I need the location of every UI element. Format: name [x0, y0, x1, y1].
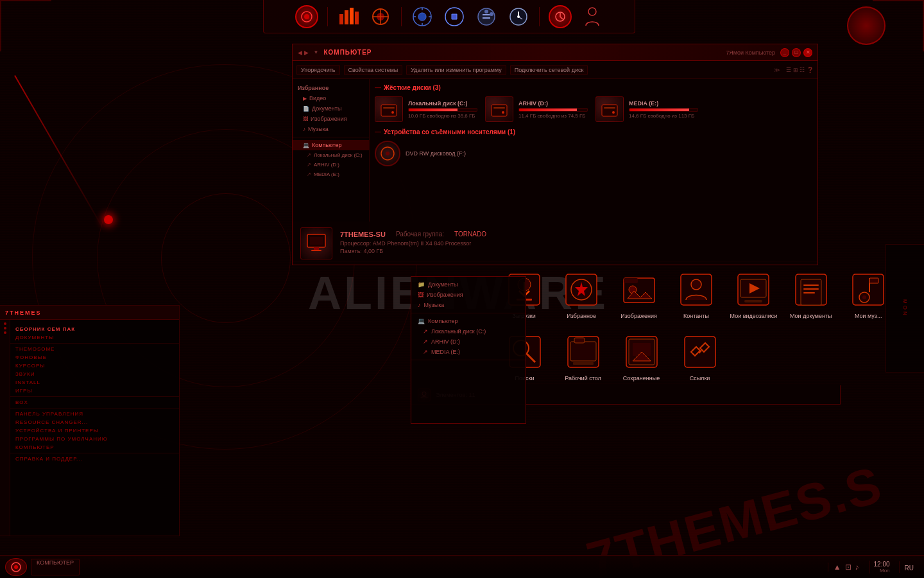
drive-c-bar-container: [408, 108, 477, 112]
start-menu-popup: 📁 Документы 🖼 Изображения ♪ Музыка 💻 Ком…: [411, 276, 526, 424]
language-indicator[interactable]: RU: [899, 561, 919, 573]
drive-d-bar-container: [518, 108, 588, 112]
start-menu-item-computer[interactable]: 💻 Компьютер: [411, 316, 526, 326]
left-menu-divider-1: [10, 343, 179, 344]
drive-e-item[interactable]: MEDIA (E:) 14,6 ГБ свободно из 113 ГБ: [595, 96, 698, 122]
dvd-drive-item[interactable]: DVD RW дисковод (F:): [375, 141, 812, 166]
desktop-icon-desktop[interactable]: Рабочий стол: [556, 329, 610, 385]
sidebar-dot-2: [4, 327, 6, 329]
desktop-icon-images[interactable]: Изображения: [612, 267, 665, 322]
left-menu-item-programs[interactable]: ПРОГРАММЫ ПО УМОЛЧАНИЮ: [10, 435, 179, 443]
start-menu-item-media-e[interactable]: ↗ MEDIA (E:): [411, 347, 526, 357]
tray-sound-icon[interactable]: ♪: [855, 563, 859, 572]
start-menu-item-music[interactable]: ♪ Музыка: [411, 300, 526, 310]
desktop-icons-row-1: Загрузки Избранное Изобра: [497, 267, 895, 322]
sidebar-item-local-c[interactable]: ↗ Локальный диск (C:): [293, 150, 369, 160]
maximize-button[interactable]: □: [792, 48, 801, 57]
desktop-icon-links[interactable]: Ссылки: [672, 329, 727, 385]
toolbar-organize[interactable]: Упорядочить: [296, 65, 340, 75]
left-menu-item-games[interactable]: ИГРЫ: [10, 387, 179, 395]
left-menu-item-install[interactable]: INSTALL: [10, 378, 179, 387]
start-menu-item-arhiv-d[interactable]: ↗ ARHIV (D:): [411, 337, 526, 347]
svg-point-35: [386, 152, 389, 155]
left-menu-item-pack[interactable]: СБОРНИК СЕМ ПАК: [10, 325, 179, 333]
drive-c-name: Локальный диск (C:): [408, 100, 477, 107]
file-manager-titlebar[interactable]: ◀ ▶ ▼ КОМПЬЮТЕР 7Ямои Компьютер _ □ ✕: [293, 44, 817, 61]
start-menu-item-local-c[interactable]: ↗ Локальный диск (C:): [411, 326, 526, 337]
sidebar-item-computer[interactable]: 💻 Компьютер: [293, 140, 369, 150]
drive-c-item[interactable]: Локальный диск (C:) 10,0 ГБ свободно из …: [375, 96, 477, 122]
desktop-icon-saved[interactable]: Сохраненные: [614, 329, 669, 385]
taskbar-icon-1[interactable]: [293, 4, 321, 30]
left-menu-item-docs[interactable]: ДОКУМЕНТЫ: [10, 333, 179, 342]
left-menu-item-sounds[interactable]: ЗВУКИ: [10, 370, 179, 378]
window-controls: _ □ ✕: [780, 48, 812, 57]
minimize-button[interactable]: _: [780, 48, 789, 57]
computer-hostname: 7THEMES-SU: [340, 231, 386, 238]
desktop-icon-favorites[interactable]: Избранное: [554, 267, 608, 322]
taskbar-sep-2: [401, 7, 402, 26]
start-button[interactable]: [5, 558, 27, 576]
svg-point-27: [391, 111, 394, 114]
left-panel-title: 7THEMES: [5, 310, 42, 316]
taskbar-icon-4[interactable]: [408, 4, 436, 30]
left-menu-item-resource[interactable]: RESOURCE CHANGER...: [10, 418, 179, 426]
sidebar-item-video[interactable]: ▶ Видео: [293, 93, 369, 103]
saved-icon: [621, 331, 662, 372]
svg-rect-29: [493, 107, 505, 109]
left-menu-item-control-panel[interactable]: ПАНЕЛЬ УПРАВЛЕНИЯ: [10, 410, 179, 418]
system-tray: ▲ ⊡ ♪: [828, 563, 864, 572]
left-menu-item-wallpapers[interactable]: ФОНОВЫЕ: [10, 353, 179, 362]
sidebar-item-music[interactable]: ♪ Музыка: [293, 124, 369, 134]
taskbar-icon-5[interactable]: [440, 4, 468, 30]
toolbar-system-props[interactable]: Свойства системы: [344, 65, 403, 75]
sidebar-item-media-e[interactable]: ↗ MEDIA (E:): [293, 170, 369, 179]
svg-point-18: [490, 12, 493, 16]
left-menu-item-box[interactable]: BOX: [10, 398, 179, 407]
dvd-icon: [375, 141, 400, 166]
circle-decoration: [847, 6, 886, 45]
svg-rect-58: [803, 288, 819, 290]
sidebar-item-documents[interactable]: 📄 Документы: [293, 103, 369, 114]
left-menu-divider-3: [10, 408, 179, 408]
desktop-icon-my-music[interactable]: Мои муз...: [842, 267, 895, 322]
desktop-folder-label: Рабочий стол: [565, 375, 601, 382]
svg-point-33: [612, 111, 615, 114]
left-menu-item-computer-link[interactable]: КОМПЬЮТЕР: [10, 443, 179, 451]
sidebar-item-images[interactable]: 🖼 Изображения: [293, 114, 369, 124]
favorites-label: Избранное: [567, 313, 596, 320]
drive-c-space: 10,0 ГБ свободно из 35,6 ГБ: [408, 113, 477, 119]
drive-d-item[interactable]: ARHIV (D:) 11,4 ГБ свободно из 74,5 ГБ: [485, 96, 588, 122]
taskbar-icon-2[interactable]: [334, 4, 363, 30]
taskbar-computer-window[interactable]: КОМПЬЮТЕР: [31, 559, 80, 575]
start-menu-item-images[interactable]: 🖼 Изображения: [411, 290, 526, 300]
tray-network-icon[interactable]: ⊡: [845, 563, 851, 572]
desktop-icon-contacts[interactable]: Контанты: [669, 267, 723, 322]
clock-area[interactable]: 12:00 Mon: [869, 561, 894, 574]
left-menu-item-cursors[interactable]: КУРСОРЫ: [10, 362, 179, 370]
svg-point-30: [502, 111, 504, 114]
svg-rect-70: [574, 338, 585, 343]
taskbar-icon-3[interactable]: [366, 4, 395, 30]
desktop-icon-my-documents[interactable]: Мои документы: [784, 267, 837, 322]
links-icon: [680, 331, 721, 372]
tray-arrow-icon[interactable]: ▲: [834, 563, 841, 572]
workgroup-label: Рабочая группа:: [396, 231, 444, 238]
left-menu-item-help[interactable]: СПРАВКА И ПОДДЕР...: [10, 455, 179, 463]
taskbar-icon-8[interactable]: [578, 4, 606, 30]
close-button[interactable]: ✕: [803, 48, 812, 57]
toolbar-uninstall[interactable]: Удалить или изменить программу: [406, 65, 506, 75]
toolbar-network-drive[interactable]: Подключить сетевой диск: [510, 65, 588, 75]
taskbar-icon-7[interactable]: [546, 4, 574, 30]
left-menu: СБОРНИК СЕМ ПАК ДОКУМЕНТЫ ТНЕМОSOME ФОНО…: [10, 320, 179, 536]
taskbar-icon-clock[interactable]: [504, 4, 533, 30]
start-menu-item-documents[interactable]: 📁 Документы: [411, 279, 526, 290]
left-menu-item-devices[interactable]: УСТРОЙСТВА И ПРИНТЕРЫ: [10, 426, 179, 435]
sidebar-item-arhiv-d[interactable]: ↗ ARHIV (D:): [293, 160, 369, 170]
images-folder-icon: [619, 269, 660, 310]
taskbar-icon-6[interactable]: [472, 4, 501, 30]
left-menu-divider-2: [10, 396, 179, 397]
images-icon: 🖼: [303, 116, 308, 122]
desktop-icon-videos[interactable]: Мои видеозаписи: [727, 267, 780, 322]
left-menu-item-themes[interactable]: ТНЕМОSOME: [10, 345, 179, 353]
